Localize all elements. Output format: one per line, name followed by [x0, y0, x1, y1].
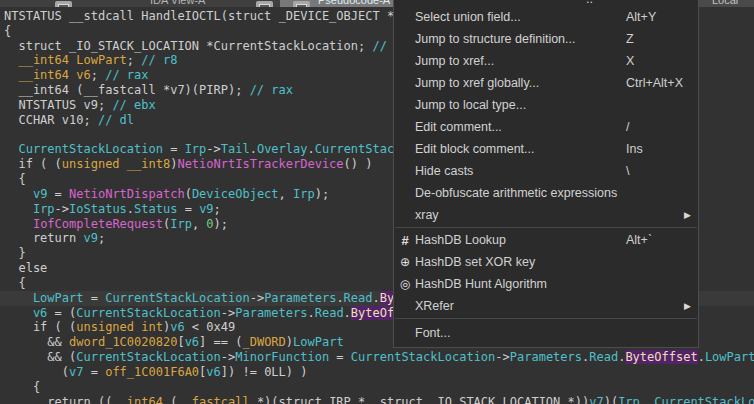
menu-item-hide-casts[interactable]: Hide casts\: [394, 160, 698, 182]
code-token: v9: [83, 231, 97, 245]
submenu-arrow-icon: ▶: [684, 301, 691, 311]
code-token: [4, 217, 33, 231]
menu-item-label: De-obfuscate arithmetic expressions: [415, 186, 617, 200]
highlighted-identifier: ByteOf: [351, 306, 394, 320]
menu-item-jump-to-xref[interactable]: Jump to xref...X: [394, 50, 698, 72]
code-token: .: [127, 202, 134, 216]
code-token: .: [373, 291, 380, 305]
menu-item-shortcut: Alt+Y: [626, 10, 656, 24]
code-token: Parameters: [235, 306, 307, 320]
tab-pseudocode-a[interactable]: Pseudocode-A: [280, 0, 393, 7]
code-token: if ( (: [4, 157, 62, 171]
code-token: )(: [604, 395, 618, 404]
code-token: ->: [206, 142, 220, 156]
menu-item-deobfuscate-arithmetic[interactable]: De-obfuscate arithmetic expressions: [394, 182, 698, 204]
menu-item-label: Hide casts: [415, 164, 473, 178]
code-token: () ): [344, 157, 373, 171]
code-token: DeviceObject: [192, 187, 279, 201]
code-token: struct _IO_STACK_LOCATION *CurrentStackL…: [4, 39, 372, 53]
code-token: v7: [589, 395, 603, 404]
menu-item-jump-to-xref-globally[interactable]: Jump to xref globally...Ctrl+Alt+X: [394, 72, 698, 94]
code-token: ): [286, 335, 293, 349]
code-token: Irp: [170, 217, 192, 231]
menu-item-hashdb-hunt-algorithm[interactable]: ◎HashDB Hunt Algorithm: [394, 273, 698, 295]
code-token: Irp: [293, 187, 315, 201]
code-token: Irp: [618, 395, 640, 404]
menu-item-label: Edit comment...: [415, 120, 502, 134]
menu-item-label: Select union field...: [415, 10, 521, 24]
code-token: v6: [4, 306, 47, 320]
code-line[interactable]: && (CurrentStackLocation->MinorFunction …: [0, 350, 754, 365]
code-token: __fastcall: [177, 395, 249, 404]
code-line[interactable]: {: [0, 380, 754, 395]
tab-ida-view-a[interactable]: IDA View-A: [150, 0, 205, 6]
code-token: CurrentStackLocation: [105, 291, 250, 305]
window-icon[interactable]: [256, 1, 273, 7]
code-token: //: [372, 39, 386, 53]
code-token: ;: [98, 231, 105, 245]
menu-item-select-union-field[interactable]: Select union field...Alt+Y: [394, 6, 698, 28]
code-token: =: [83, 291, 105, 305]
code-token: v6: [185, 335, 199, 349]
window-icon[interactable]: [55, 1, 72, 7]
menu-item-hashdb-set-xor-key[interactable]: ⊕HashDB set XOR key: [394, 251, 698, 273]
menu-item-xrefer[interactable]: XRefer▶: [394, 295, 698, 317]
code-token: .: [308, 142, 315, 156]
menu-item-label: Jump to xref globally...: [415, 76, 539, 90]
code-token: // rax: [250, 83, 293, 97]
submenu-arrow-icon: ▶: [684, 210, 691, 220]
menu-item-jump-to-local-type[interactable]: Jump to local type...: [394, 94, 698, 116]
code-token: return ((: [4, 395, 112, 404]
code-token: NTSTATUS v9;: [4, 98, 112, 112]
code-token: NetioNrtIsTrackerDevice: [177, 157, 343, 171]
code-token: ->: [221, 306, 235, 320]
menu-item-shortcut: \: [626, 164, 629, 178]
code-token: __int64 (__fastcall *v7)(PIRP);: [4, 83, 250, 97]
bullseye-icon: ◎: [397, 277, 413, 291]
code-token: NetioNrtDispatch: [69, 187, 185, 201]
code-token: =: [177, 202, 199, 216]
code-token: __int64 v6: [4, 68, 91, 82]
code-token: Read: [344, 291, 373, 305]
code-token: =: [83, 365, 105, 379]
menu-item-hashdb-lookup[interactable]: #HashDB LookupAlt+`: [394, 229, 698, 251]
code-token: {: [4, 276, 26, 290]
code-token: Tail: [221, 142, 250, 156]
menu-item-xray[interactable]: xray▶: [394, 204, 698, 226]
code-token: CurrentStackLocation: [76, 350, 221, 364]
code-token: v9: [33, 187, 47, 201]
menu-item-edit-block-comment[interactable]: Edit block comment...Ins: [394, 138, 698, 160]
code-token: v6: [170, 320, 184, 334]
code-token: v9: [199, 202, 213, 216]
code-token: // dl: [98, 113, 134, 127]
code-token: {: [4, 172, 26, 186]
code-token: Irp: [33, 202, 55, 216]
menu-item-font[interactable]: Font...: [394, 320, 698, 345]
menu-item-shortcut: Ins: [626, 142, 643, 156]
code-token: .: [698, 350, 705, 364]
code-line[interactable]: (v7 = off_1C001F6A0[v6]) != 0LL) ): [0, 365, 754, 380]
menu-item-edit-comment[interactable]: Edit comment.../: [394, 116, 698, 138]
code-token: ,: [279, 187, 293, 201]
code-line[interactable]: return ((__int64 (__fastcall *)(struct I…: [0, 395, 754, 404]
code-token: ]) != 0LL) ): [221, 365, 308, 379]
code-token: =: [163, 142, 185, 156]
tab-local-types[interactable]: Local: [698, 0, 754, 7]
code-token: *)(struct IRP *, struct _IO_STACK_LOCATI…: [250, 395, 590, 404]
code-token: CurrentStackLocation: [76, 306, 221, 320]
code-token: v7: [69, 365, 83, 379]
code-token: Parameters: [264, 291, 336, 305]
menu-item-shortcut: X: [626, 54, 634, 68]
xor-circle-icon: ⊕: [397, 255, 413, 269]
code-token: {: [4, 24, 11, 38]
menu-item-label: HashDB Hunt Algorithm: [415, 277, 547, 291]
code-token: CurrentStac: [315, 142, 394, 156]
code-token: Overlay: [257, 142, 308, 156]
code-token: CurrentStackLoc: [654, 395, 754, 404]
menu-item-jump-to-structure-definition[interactable]: Jump to structure definition...Z: [394, 28, 698, 50]
menu-item-label: Font...: [415, 326, 450, 340]
code-token: ;: [91, 68, 105, 82]
code-token: Parameters: [510, 350, 582, 364]
code-token: [: [177, 335, 184, 349]
window-icon: [293, 1, 310, 7]
